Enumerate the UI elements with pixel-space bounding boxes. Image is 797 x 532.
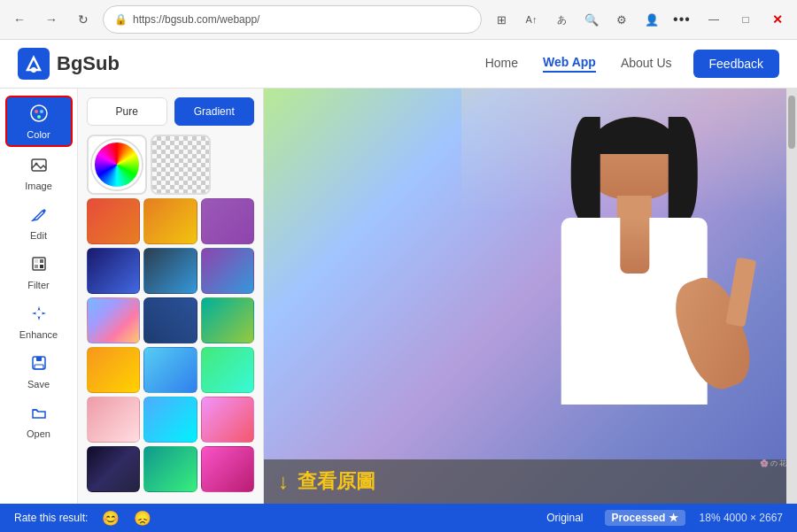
swatch-10[interactable] (87, 347, 140, 393)
tool-image[interactable]: Image (5, 149, 73, 197)
search-button[interactable]: 🔍 (579, 7, 604, 32)
tool-save[interactable]: Save (5, 347, 73, 395)
filter-icon (30, 255, 48, 277)
feedback-button[interactable]: Feedback (693, 50, 779, 78)
tab-pure[interactable]: Pure (87, 97, 167, 126)
refresh-button[interactable]: ↻ (71, 7, 96, 32)
swatch-4[interactable] (87, 248, 140, 294)
neck-shirt-gap (620, 218, 649, 274)
color-tool-icon (30, 104, 48, 122)
swatch-1[interactable] (87, 198, 140, 244)
svg-point-2 (35, 110, 38, 113)
tab-original[interactable]: Original (539, 510, 590, 526)
swatch-12[interactable] (201, 347, 254, 393)
person-area (461, 89, 797, 504)
swatch-14[interactable] (143, 397, 197, 443)
tab-processed[interactable]: Processed ★ (605, 510, 685, 526)
save-icon (30, 354, 48, 376)
edit-icon (30, 205, 48, 227)
swatch-15[interactable] (201, 397, 254, 443)
rate-label: Rate this result: (14, 512, 88, 524)
tab-gradient[interactable]: Gradient (174, 97, 255, 126)
close-button[interactable]: ✕ (765, 7, 790, 32)
preview-area: ↓ 查看原圖 🌸 の 花 (264, 89, 797, 504)
tool-color[interactable]: Color (5, 96, 73, 147)
swatch-11[interactable] (143, 347, 197, 393)
minimize-button[interactable]: — (701, 7, 726, 32)
emoji-bad[interactable]: 😞 (134, 510, 151, 527)
svg-point-0 (31, 67, 36, 73)
banner-arrow-icon: ↓ (278, 469, 289, 494)
logo-icon (18, 48, 50, 80)
open-icon (30, 404, 48, 426)
filter-tool-svg (30, 255, 48, 273)
main-content: Color Image (0, 89, 797, 504)
image-tool-svg (30, 156, 48, 173)
swatch-5[interactable] (143, 248, 197, 294)
menu-button[interactable]: ••• (669, 7, 694, 32)
emoji-good[interactable]: 😊 (102, 510, 120, 527)
font-size-button[interactable]: A↑ (519, 7, 544, 32)
maximize-button[interactable]: □ (733, 7, 758, 32)
back-button[interactable]: ← (7, 7, 32, 32)
swatch-3[interactable] (201, 198, 254, 244)
swatch-18[interactable] (201, 446, 254, 492)
swatch-row-4 (87, 347, 254, 393)
enhance-label: Enhance (19, 329, 58, 340)
color-tabs: Pure Gradient (87, 97, 254, 126)
color-label: Color (27, 129, 50, 140)
profile-button[interactable]: 👤 (639, 7, 664, 32)
swatch-17[interactable] (143, 446, 197, 492)
finger-item (726, 258, 757, 328)
app-container: BgSub Home Web App About Us Feedback (0, 40, 797, 532)
swatch-2[interactable] (143, 198, 197, 244)
scrollbar[interactable] (786, 89, 797, 504)
app-header: BgSub Home Web App About Us Feedback (0, 40, 797, 89)
swatch-13[interactable] (87, 397, 140, 443)
transparent-swatch[interactable] (151, 135, 211, 195)
forward-button[interactable]: → (39, 7, 64, 32)
app-nav: Home Web App About Us (485, 55, 672, 73)
enhance-icon (30, 305, 48, 327)
banner-text: 查看原圖 (298, 468, 375, 495)
swatch-8[interactable] (143, 297, 197, 343)
image-label: Image (25, 181, 52, 191)
swatch-9[interactable] (201, 297, 254, 343)
settings-icon[interactable]: ⚙ (609, 7, 634, 32)
color-panel: Pure Gradient (78, 89, 264, 504)
nav-webapp[interactable]: Web App (543, 55, 596, 73)
swatch-row-2 (87, 248, 254, 294)
nav-about[interactable]: About Us (621, 56, 672, 72)
swatch-16[interactable] (87, 446, 140, 492)
svg-rect-9 (40, 259, 43, 263)
nav-home[interactable]: Home (485, 56, 518, 72)
tool-open[interactable]: Open (5, 397, 73, 444)
svg-rect-10 (35, 265, 38, 268)
view-original-banner: ↓ 查看原圖 (264, 459, 797, 504)
swatch-6[interactable] (201, 248, 254, 294)
svg-rect-5 (32, 159, 46, 171)
svg-rect-13 (36, 357, 42, 361)
swatch-row-3 (87, 297, 254, 343)
address-bar[interactable]: 🔒 https://bgsub.com/webapp/ (103, 5, 482, 34)
status-info: 18% 4000 × 2667 (700, 512, 783, 524)
open-tool-svg (30, 404, 48, 421)
tool-edit[interactable]: Edit (5, 198, 73, 246)
translate-button[interactable]: あ (549, 7, 574, 32)
swatch-row-1 (87, 198, 254, 244)
preview-canvas: ↓ 查看原圖 🌸 の 花 (264, 89, 797, 504)
scrollbar-thumb[interactable] (788, 96, 795, 149)
tool-filter[interactable]: Filter (5, 248, 73, 296)
lock-icon: 🔒 (114, 13, 128, 26)
hair-left (571, 117, 600, 221)
browser-chrome: ← → ↻ 🔒 https://bgsub.com/webapp/ ⊞ A↑ あ… (0, 0, 797, 40)
watermark-line1: 🌸 の 花 (760, 459, 786, 468)
color-wheel-btn[interactable] (87, 135, 147, 195)
color-wheel (92, 140, 142, 189)
tool-enhance[interactable]: Enhance (5, 297, 73, 345)
person-shape (513, 109, 755, 482)
svg-rect-8 (35, 259, 38, 263)
swatch-7[interactable] (87, 297, 140, 343)
edit-tool-svg (30, 205, 48, 223)
extensions-button[interactable]: ⊞ (489, 7, 514, 32)
